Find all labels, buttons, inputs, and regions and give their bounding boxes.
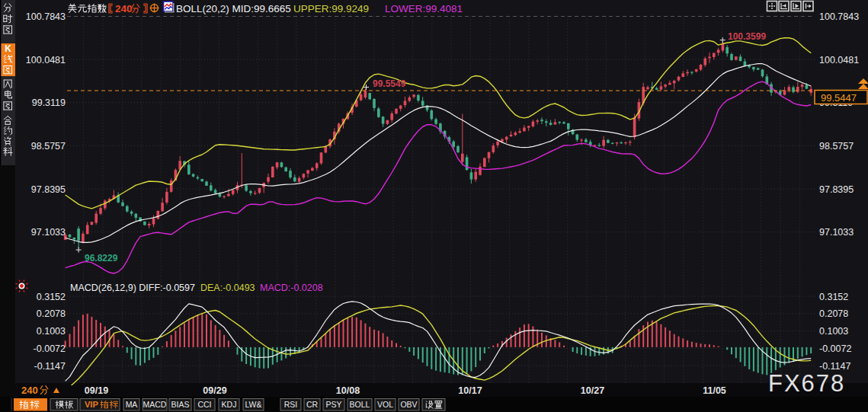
svg-text:MACD:-0.0208: MACD:-0.0208 <box>260 283 323 293</box>
svg-text:09/19: 09/19 <box>85 385 108 396</box>
svg-text:KDJ: KDJ <box>222 400 237 409</box>
svg-text:10/08: 10/08 <box>336 385 360 396</box>
svg-text:0.3152: 0.3152 <box>37 292 66 302</box>
svg-text:11/05: 11/05 <box>703 385 726 396</box>
svg-text:97.8395: 97.8395 <box>31 184 66 195</box>
svg-text:-0.0072: -0.0072 <box>819 343 851 354</box>
svg-text:OBV: OBV <box>400 400 417 409</box>
svg-text:99.3119: 99.3119 <box>32 97 66 108</box>
svg-text:240: 240 <box>21 385 38 396</box>
svg-text:LW&: LW& <box>245 400 262 409</box>
svg-text:VOL: VOL <box>377 400 393 409</box>
svg-text:10/27: 10/27 <box>581 385 604 396</box>
svg-text:0.2078: 0.2078 <box>819 308 848 319</box>
svg-text:LOWER:99.4081: LOWER:99.4081 <box>385 3 463 14</box>
svg-text:DEA:-0.0493: DEA:-0.0493 <box>200 283 255 293</box>
svg-text:BOLL: BOLL <box>350 400 370 409</box>
svg-text:MA: MA <box>126 400 138 409</box>
svg-text:MACD: MACD <box>143 400 167 409</box>
svg-text:100.0481: 100.0481 <box>819 55 859 65</box>
svg-text:0.3152: 0.3152 <box>819 292 848 302</box>
svg-text:97.8395: 97.8395 <box>819 184 854 195</box>
svg-text:100.7843: 100.7843 <box>26 11 66 22</box>
svg-text:100.7843: 100.7843 <box>819 11 859 22</box>
svg-text:100.0481: 100.0481 <box>26 55 66 65</box>
svg-text:CCI: CCI <box>197 400 211 409</box>
svg-text:BOLL(20,2) MID:99.6665: BOLL(20,2) MID:99.6665 <box>176 3 291 14</box>
svg-text:UPPER:99.9249: UPPER:99.9249 <box>293 3 369 14</box>
svg-text:240: 240 <box>115 3 133 14</box>
svg-text:97.1033: 97.1033 <box>31 227 66 238</box>
svg-text:99.5549: 99.5549 <box>373 78 406 89</box>
svg-text:RSI: RSI <box>284 400 298 409</box>
svg-text:K: K <box>5 43 11 54</box>
svg-text:99.5447: 99.5447 <box>821 92 857 104</box>
svg-text:FX678: FX678 <box>768 370 845 397</box>
svg-text:PSY: PSY <box>325 400 341 409</box>
svg-text:0.1003: 0.1003 <box>819 326 848 337</box>
svg-text:98.5757: 98.5757 <box>819 141 854 152</box>
svg-text:96.8229: 96.8229 <box>85 253 118 263</box>
svg-text:10/17: 10/17 <box>458 385 482 396</box>
svg-text:BIAS: BIAS <box>171 400 190 409</box>
svg-text:VIP: VIP <box>85 400 98 409</box>
svg-text:98.5757: 98.5757 <box>31 141 66 152</box>
svg-text:0.2078: 0.2078 <box>37 308 66 319</box>
svg-text:09/29: 09/29 <box>203 385 226 396</box>
svg-text:100.3599: 100.3599 <box>728 31 766 42</box>
svg-text:-0.0072: -0.0072 <box>34 343 66 354</box>
svg-text:0.1003: 0.1003 <box>37 326 66 337</box>
svg-text:-0.1147: -0.1147 <box>34 361 66 372</box>
svg-text:MACD(26,12,9) DIFF:-0.0597: MACD(26,12,9) DIFF:-0.0597 <box>70 283 195 293</box>
svg-text:CR: CR <box>306 400 319 409</box>
svg-text:97.1033: 97.1033 <box>819 227 854 238</box>
